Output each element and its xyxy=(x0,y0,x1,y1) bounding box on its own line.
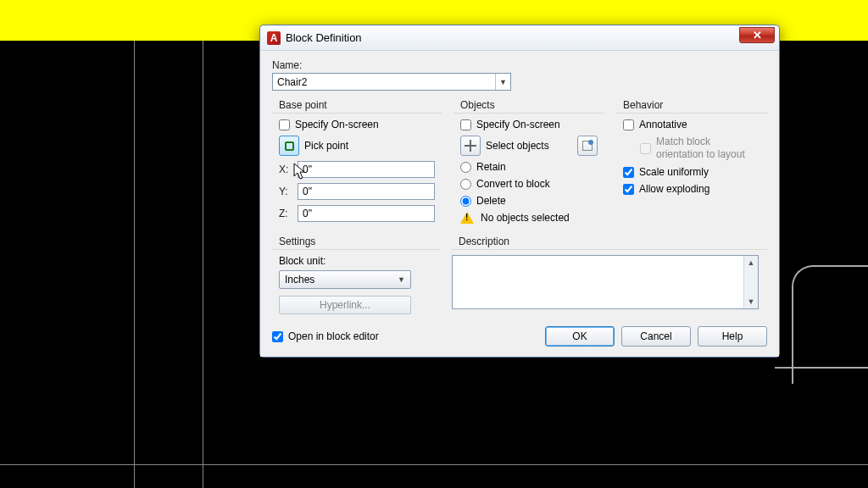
name-field-row: Name: ▼ xyxy=(272,59,767,91)
pick-point-label: Pick point xyxy=(304,140,348,152)
name-combobox[interactable]: ▼ xyxy=(272,73,511,91)
no-objects-warning: No objects selected xyxy=(460,212,598,224)
quick-select-button[interactable] xyxy=(577,136,598,156)
z-input[interactable] xyxy=(298,205,435,222)
match-orientation-option: Match block orientation to layout xyxy=(640,136,760,161)
select-objects-icon xyxy=(465,140,476,152)
pick-point-button[interactable] xyxy=(279,136,299,156)
match-orientation-checkbox xyxy=(640,143,651,154)
canvas-guide-line xyxy=(0,464,868,465)
select-objects-button[interactable] xyxy=(460,136,481,156)
specify-onscreen-objects[interactable]: Specify On-screen xyxy=(460,119,598,130)
retain-radio[interactable] xyxy=(460,162,471,173)
delete-label: Delete xyxy=(476,195,506,207)
specify-onscreen-objects-checkbox[interactable] xyxy=(460,119,471,130)
description-group: Description ▲ ▼ xyxy=(452,234,767,314)
select-objects-row: Select objects xyxy=(460,136,598,156)
delete-option[interactable]: Delete xyxy=(460,195,598,207)
pick-point-row: Pick point xyxy=(279,136,435,156)
dialog-title: Block Definition xyxy=(286,31,362,44)
retain-label: Retain xyxy=(476,161,506,173)
annotative-checkbox[interactable] xyxy=(623,119,634,130)
canvas-guide-line xyxy=(203,41,203,488)
specify-onscreen-basepoint-checkbox[interactable] xyxy=(279,119,290,130)
chevron-down-icon: ▼ xyxy=(398,275,405,284)
dialog-title-bar[interactable]: A Block Definition ✕ xyxy=(260,25,779,51)
delete-radio[interactable] xyxy=(460,196,471,207)
specify-onscreen-basepoint-label: Specify On-screen xyxy=(295,119,379,130)
canvas-guide-line xyxy=(134,41,135,488)
quick-select-icon xyxy=(582,141,593,151)
block-definition-dialog: A Block Definition ✕ Name: ▼ Base point … xyxy=(259,25,780,358)
open-in-block-editor-label: Open in block editor xyxy=(288,330,379,342)
help-button[interactable]: Help xyxy=(698,326,767,347)
base-point-group: Base point Specify On-screen Pick point … xyxy=(272,97,442,227)
dialog-footer: Open in block editor OK Cancel Help xyxy=(272,326,767,347)
close-button[interactable]: ✕ xyxy=(739,27,775,43)
description-header: Description xyxy=(452,234,767,250)
behavior-header: Behavior xyxy=(616,97,767,114)
y-input[interactable] xyxy=(298,183,435,200)
description-scrollbar[interactable]: ▲ ▼ xyxy=(743,256,758,308)
open-in-block-editor-checkbox[interactable] xyxy=(272,331,283,342)
hyperlink-label: Hyperlink... xyxy=(320,299,370,311)
name-label: Name: xyxy=(272,59,767,71)
chair-drawing-fragment xyxy=(775,367,868,369)
pick-point-icon xyxy=(285,141,294,151)
chair-drawing-fragment xyxy=(792,265,868,384)
cancel-button[interactable]: Cancel xyxy=(621,326,691,347)
x-input[interactable] xyxy=(298,161,435,178)
scale-uniformly-label: Scale uniformly xyxy=(639,166,709,178)
description-textarea[interactable] xyxy=(453,256,743,308)
annotative-label: Annotative xyxy=(639,119,687,130)
scroll-down-icon[interactable]: ▼ xyxy=(746,297,756,307)
convert-option[interactable]: Convert to block xyxy=(460,178,598,190)
behavior-group: Behavior Annotative Match block orientat… xyxy=(616,97,767,227)
y-label: Y: xyxy=(279,186,291,197)
allow-exploding-label: Allow exploding xyxy=(639,183,709,195)
allow-exploding-checkbox[interactable] xyxy=(623,184,634,195)
settings-header: Settings xyxy=(272,234,440,250)
select-objects-label: Select objects xyxy=(486,140,572,152)
match-orientation-label: Match block orientation to layout xyxy=(656,136,760,161)
dialog-body: Name: ▼ Base point Specify On-screen xyxy=(260,51,779,357)
autocad-app-icon: A xyxy=(267,31,281,45)
allow-exploding-option[interactable]: Allow exploding xyxy=(623,183,760,195)
x-label: X: xyxy=(279,164,291,175)
block-unit-value: Inches xyxy=(285,274,314,286)
hyperlink-button[interactable]: Hyperlink... xyxy=(279,296,411,314)
ok-button[interactable]: OK xyxy=(545,326,615,347)
warning-label: No objects selected xyxy=(481,212,570,224)
retain-option[interactable]: Retain xyxy=(460,161,598,173)
block-unit-dropdown[interactable]: Inches ▼ xyxy=(279,270,411,289)
scale-uniformly-option[interactable]: Scale uniformly xyxy=(623,166,760,178)
scale-uniformly-checkbox[interactable] xyxy=(623,167,634,178)
objects-header: Objects xyxy=(453,97,604,114)
block-unit-label: Block unit: xyxy=(279,255,433,267)
scroll-up-icon[interactable]: ▲ xyxy=(746,258,756,268)
specify-onscreen-basepoint[interactable]: Specify On-screen xyxy=(279,119,435,130)
objects-group: Objects Specify On-screen Select objects xyxy=(453,97,604,227)
chevron-down-icon[interactable]: ▼ xyxy=(495,74,510,90)
convert-label: Convert to block xyxy=(476,178,550,190)
description-box: ▲ ▼ xyxy=(452,255,759,309)
settings-group: Settings Block unit: Inches ▼ Hyperlink.… xyxy=(272,234,440,314)
specify-onscreen-objects-label: Specify On-screen xyxy=(476,119,560,130)
base-point-header: Base point xyxy=(272,97,442,114)
warning-icon xyxy=(460,212,474,224)
z-label: Z: xyxy=(279,208,291,219)
name-input[interactable] xyxy=(273,74,495,90)
convert-radio[interactable] xyxy=(460,179,471,190)
open-in-block-editor-option[interactable]: Open in block editor xyxy=(272,330,379,342)
annotative-option[interactable]: Annotative xyxy=(623,119,760,130)
